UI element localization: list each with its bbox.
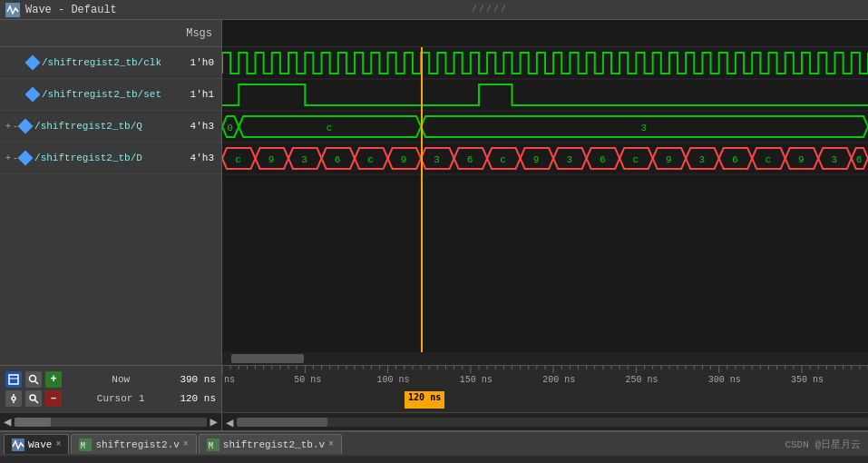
signal-rows: /shiftregist2_tb/clk1'h0/shiftregist2_tb…	[0, 47, 221, 174]
waveform-canvas	[222, 47, 868, 301]
status-left: + Now 390 ns – Cursor 1 120 ns	[0, 366, 222, 412]
signal-filler	[0, 174, 221, 365]
signal-diamond	[25, 87, 41, 103]
svg-line-4	[35, 381, 38, 384]
svg-rect-1	[9, 375, 18, 384]
nav-buttons: ◀ ▶	[0, 413, 222, 430]
expand-btn[interactable]: +	[5, 153, 11, 163]
tab-label: shiftregist2_tb.v	[223, 439, 325, 450]
scroll-track[interactable]	[237, 418, 868, 427]
cursor-value: 120 ns	[180, 393, 216, 404]
verilog-tab-icon: M	[79, 438, 92, 451]
expand-btn[interactable]: +	[5, 122, 11, 132]
status-right: 120 ns	[222, 366, 868, 412]
signal-name: /shiftregist2_tb/D	[34, 153, 142, 163]
signal-header: Msgs	[0, 20, 221, 47]
scroll-thumb-left[interactable]	[15, 418, 51, 427]
signal-row-3[interactable]: +-/shiftregist2_tb/D4'h3	[0, 143, 221, 174]
window-title: Wave - Default	[25, 4, 117, 16]
icon-add[interactable]: +	[45, 371, 62, 388]
tab-right-label: CSDN @日星月云	[785, 438, 864, 451]
tab-close[interactable]: ×	[328, 439, 334, 449]
timeline-canvas	[222, 366, 868, 412]
signal-name: /shiftregist2_tb/set	[42, 89, 161, 100]
scroll-track-left[interactable]	[15, 418, 206, 427]
status-icons: +	[5, 371, 62, 388]
nav-left[interactable]: ◀	[4, 414, 11, 429]
signal-row-2[interactable]: +-/shiftregist2_tb/Q4'h3	[0, 111, 221, 143]
svg-text:M: M	[209, 442, 213, 450]
signal-panel: Msgs /shiftregist2_tb/clk1'h0/shiftregis…	[0, 20, 222, 365]
icon-zoom[interactable]	[25, 371, 42, 388]
title-bar: Wave - Default /////	[0, 0, 868, 20]
svg-point-5	[12, 397, 15, 400]
signal-value: 1'h1	[190, 89, 214, 100]
wave-panel[interactable]	[222, 20, 868, 365]
wave-scroll-thumb[interactable]	[231, 354, 304, 363]
tab-label: Wave	[28, 439, 52, 450]
status-icons2: –	[5, 390, 62, 407]
main-area: Msgs /shiftregist2_tb/clk1'h0/shiftregis…	[0, 20, 868, 365]
verilog-tab-icon: M	[207, 438, 219, 451]
cursor-time-label: 120 ns	[405, 391, 444, 409]
cursor-label: Cursor 1	[97, 393, 145, 404]
status-row2: – Cursor 1 120 ns	[5, 390, 216, 407]
svg-point-8	[30, 395, 35, 400]
wave-header	[222, 20, 868, 47]
signal-row-0[interactable]: /shiftregist2_tb/clk1'h0	[0, 47, 221, 79]
nav-right[interactable]: ▶	[210, 414, 218, 429]
tab-bar: Wave×Mshiftregist2.v×Mshiftregist2_tb.v×…	[0, 430, 868, 456]
svg-point-3	[30, 375, 36, 381]
signal-name: /shiftregist2_tb/Q	[34, 121, 142, 132]
now-value: 390 ns	[180, 374, 216, 385]
signal-value: 4'h3	[190, 121, 214, 132]
signal-diamond	[25, 55, 41, 71]
scroll-thumb[interactable]	[237, 418, 327, 427]
icon-search[interactable]	[25, 390, 42, 407]
signal-name: /shiftregist2_tb/clk	[42, 57, 161, 68]
signal-value: 4'h3	[190, 153, 214, 163]
tab-2[interactable]: Mshiftregist2_tb.v×	[199, 434, 342, 454]
now-label: Now	[112, 374, 130, 385]
tab-label: shiftregist2.v	[95, 439, 179, 450]
status-bar: + Now 390 ns – Cursor 1 120 ns	[0, 365, 868, 412]
tab-close[interactable]: ×	[55, 439, 61, 449]
svg-line-9	[35, 400, 39, 404]
scrollbar-right[interactable]: ◀	[222, 413, 868, 431]
wave-tab-icon	[12, 438, 24, 451]
tab-close[interactable]: ×	[183, 439, 189, 449]
signal-diamond	[18, 151, 34, 166]
scroll-left-btn[interactable]: ◀	[226, 415, 233, 430]
status-row1: + Now 390 ns	[5, 371, 216, 388]
title-grip: /////	[117, 5, 863, 15]
wave-scrollbar[interactable]	[222, 352, 868, 365]
msgs-label: Msgs	[186, 27, 212, 40]
scrollbar-row: ◀ ▶ ◀	[0, 412, 868, 430]
svg-text:M: M	[81, 442, 85, 450]
wave-icon	[5, 3, 20, 17]
signal-diamond	[18, 119, 34, 134]
tab-1[interactable]: Mshiftregist2.v×	[71, 434, 196, 454]
icon-settings[interactable]	[5, 390, 22, 407]
tab-0[interactable]: Wave×	[4, 434, 69, 454]
signal-value: 1'h0	[190, 57, 214, 68]
wave-area[interactable]	[222, 47, 868, 352]
icon-remove[interactable]: –	[45, 390, 62, 407]
icon-layout[interactable]	[5, 371, 22, 388]
tab-items: Wave×Mshiftregist2.v×Mshiftregist2_tb.v×	[4, 434, 342, 454]
signal-row-1[interactable]: /shiftregist2_tb/set1'h1	[0, 79, 221, 111]
